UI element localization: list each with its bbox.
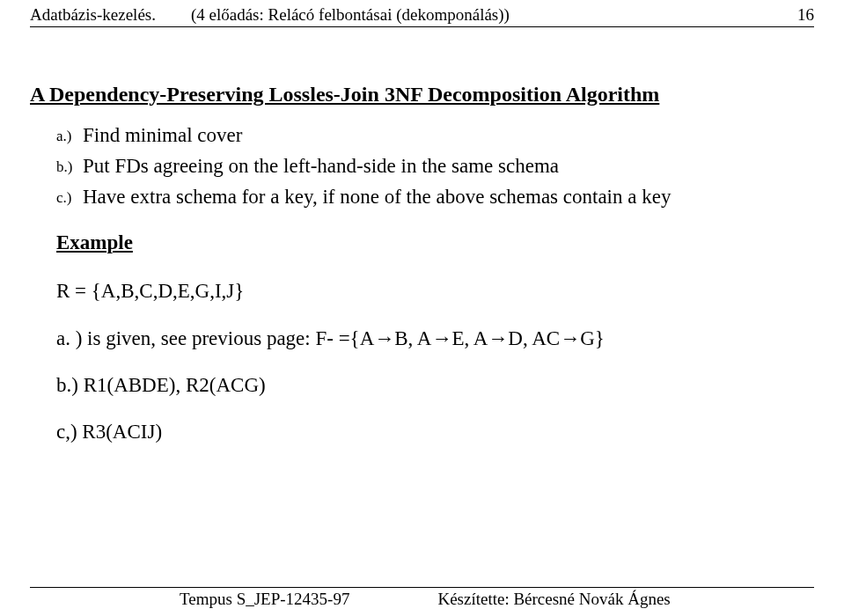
step-a: a.) Find minimal cover (56, 121, 814, 150)
step-b: b.) Put FDs agreeing on the left-hand-si… (56, 151, 814, 180)
footer-right: Készítette: Bércesné Novák Ágnes (437, 590, 670, 609)
footer-left: Tempus S_JEP-12435-97 (180, 590, 349, 609)
header-page-number: 16 (797, 5, 814, 25)
algorithm-steps: a.) Find minimal cover b.) Put FDs agree… (56, 121, 814, 212)
example-line-a: a. ) is given, see previous page: F- ={A… (56, 324, 814, 353)
section-title: A Dependency-Preserving Lossles-Join 3NF… (30, 79, 814, 110)
document-page: Adatbázis-kezelés. (4 előadás: Relácó fe… (0, 0, 844, 616)
step-b-label: b.) (56, 151, 83, 180)
step-c-text: Have extra schema for a key, if none of … (83, 182, 671, 211)
example-line-c: c,) R3(ACIJ) (56, 417, 814, 446)
step-c: c.) Have extra schema for a key, if none… (56, 182, 814, 211)
page-footer: Tempus S_JEP-12435-97 Készítette: Bérces… (30, 590, 814, 609)
header-center: (4 előadás: Relácó felbontásai (dekompon… (191, 5, 510, 25)
footer-rule (30, 587, 814, 588)
step-a-text: Find minimal cover (83, 121, 242, 150)
step-c-label: c.) (56, 182, 83, 211)
header-left: Adatbázis-kezelés. (30, 5, 156, 25)
page-body: A Dependency-Preserving Lossles-Join 3NF… (30, 79, 814, 465)
header-rule (30, 26, 814, 27)
example-line-b: b.) R1(ABDE), R2(ACG) (56, 370, 814, 400)
example-relation: R = {A,B,C,D,E,G,I,J} (56, 276, 814, 305)
example-heading: Example (56, 228, 814, 257)
step-a-label: a.) (56, 121, 83, 150)
step-b-text: Put FDs agreeing on the left-hand-side i… (83, 151, 559, 180)
page-header: Adatbázis-kezelés. (4 előadás: Relácó fe… (30, 5, 814, 25)
